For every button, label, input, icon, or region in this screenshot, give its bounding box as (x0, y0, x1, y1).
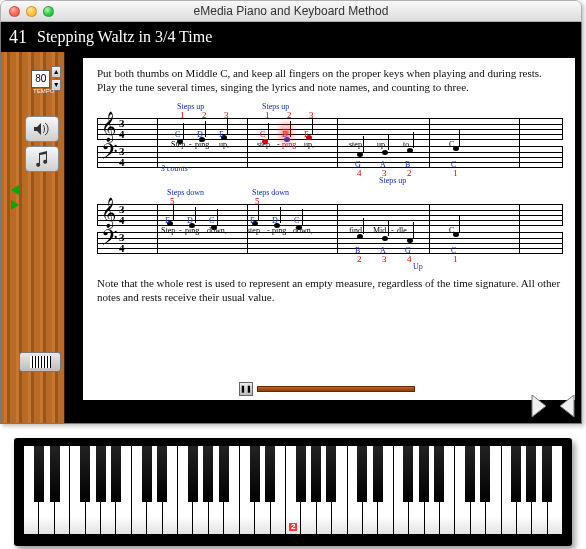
black-key[interactable] (403, 446, 413, 502)
lyric-syllable: up (377, 140, 385, 149)
lyric-syllable: down, (293, 226, 313, 235)
lesson-header: 41 Stepping Waltz in 3/4 Time (0, 22, 582, 52)
lyric-syllable: ping (195, 140, 209, 149)
tempo-value[interactable]: 80 (31, 70, 50, 88)
lyric-syllable: C. (449, 140, 456, 149)
prev-marker-button[interactable] (11, 185, 19, 195)
black-key[interactable] (526, 446, 536, 502)
black-key[interactable] (142, 446, 152, 502)
tempo-label: TEMPO (33, 88, 54, 94)
score-annotation: 2 (407, 168, 412, 178)
note-letter: E (165, 216, 170, 225)
window-minimize-button[interactable] (26, 6, 37, 17)
scrubber-track[interactable] (257, 386, 415, 392)
note (357, 152, 363, 157)
black-key[interactable] (465, 446, 475, 502)
black-key[interactable] (96, 446, 106, 502)
note (407, 238, 413, 243)
black-key[interactable] (511, 446, 521, 502)
bass-clef-icon: 𝄢 (101, 226, 118, 256)
score-annotation: 4 (357, 168, 362, 178)
black-key[interactable] (326, 446, 336, 502)
score-annotation: 2 (357, 254, 362, 264)
note-letter: A (380, 160, 386, 169)
score-annotation: 1 (265, 110, 270, 120)
note-letter: B (355, 246, 360, 255)
black-key[interactable] (419, 446, 429, 502)
note-letter: D (187, 216, 193, 225)
note-letter: E (250, 216, 255, 225)
lyric-syllable: - (277, 140, 280, 149)
treble-clef-icon: 𝄞 (101, 198, 116, 228)
lyric-syllable: step (247, 226, 260, 235)
note-letter: C (260, 130, 265, 139)
black-key[interactable] (50, 446, 60, 502)
note-letter: C (451, 246, 456, 255)
score-annotation: 4 (407, 254, 412, 264)
black-key[interactable] (188, 446, 198, 502)
lesson-outro-text: Note that the whole rest is used to repr… (97, 276, 563, 304)
lyric-syllable: find (349, 226, 362, 235)
black-key[interactable] (203, 446, 213, 502)
time-signature: 34 (119, 146, 125, 168)
black-key[interactable] (34, 446, 44, 502)
black-key[interactable] (296, 446, 306, 502)
lesson-number: 41 (9, 27, 27, 48)
lyric-syllable: up, (219, 140, 229, 149)
lyric-syllable: to (403, 140, 409, 149)
lyric-syllable: Step (161, 226, 175, 235)
lyric-syllable: - (391, 226, 394, 235)
black-key[interactable] (373, 446, 383, 502)
score-annotation: 1 (453, 254, 458, 264)
note-letter: C (175, 130, 180, 139)
lesson-title: Stepping Waltz in 3/4 Time (37, 28, 212, 46)
audio-button[interactable] (25, 116, 59, 142)
score-annotation: 1 (180, 110, 185, 120)
black-key[interactable] (250, 446, 260, 502)
lyric-syllable: - (267, 226, 270, 235)
prev-lesson-button[interactable] (529, 393, 551, 419)
lyric-syllable: down, (207, 226, 227, 235)
time-signature: 34 (119, 204, 125, 226)
note-letter: E (304, 130, 309, 139)
score-annotation: 3 (382, 254, 387, 264)
note-letter: B (405, 160, 410, 169)
note-letter: C (294, 216, 299, 225)
speaker-icon (33, 122, 51, 136)
piano-keyboard[interactable]: 2 (14, 438, 572, 546)
treble-clef-icon: 𝄞 (101, 112, 116, 142)
note-letter: D (272, 216, 278, 225)
next-lesson-button[interactable] (555, 393, 577, 419)
black-key[interactable] (542, 446, 552, 502)
black-key[interactable] (480, 446, 490, 502)
lyric-syllable: ping (272, 226, 286, 235)
black-key[interactable] (80, 446, 90, 502)
window-title: eMedia Piano and Keyboard Method (9, 4, 573, 18)
black-key[interactable] (111, 446, 121, 502)
note (382, 236, 388, 241)
lyric-syllable: ping (185, 226, 199, 235)
score-annotation: 2 (202, 110, 207, 120)
window-close-button[interactable] (9, 6, 20, 17)
score-annotation: 3 counts (161, 164, 188, 173)
notation-button[interactable] (25, 146, 59, 172)
playback-cursor (283, 126, 289, 140)
lesson-intro-text: Put both thumbs on Middle C, and keep al… (97, 66, 563, 94)
black-key[interactable] (434, 446, 444, 502)
keyboard-toggle-button[interactable] (19, 352, 61, 372)
lyric-syllable: Mid (373, 226, 386, 235)
play-pause-button[interactable]: ❚❚ (239, 382, 253, 396)
next-marker-button[interactable] (11, 200, 19, 210)
score-annotation: 1 (453, 168, 458, 178)
black-key[interactable] (219, 446, 229, 502)
tempo-up-button[interactable]: ▲ (51, 66, 61, 78)
lyric-syllable: dle (397, 226, 407, 235)
note-letter: G (405, 246, 411, 255)
black-key[interactable] (357, 446, 367, 502)
black-key[interactable] (265, 446, 275, 502)
black-key[interactable] (157, 446, 167, 502)
playback-scrubber[interactable]: ❚❚ (239, 382, 419, 396)
window-zoom-button[interactable] (43, 6, 54, 17)
black-key[interactable] (311, 446, 321, 502)
note-letter: G (355, 160, 361, 169)
